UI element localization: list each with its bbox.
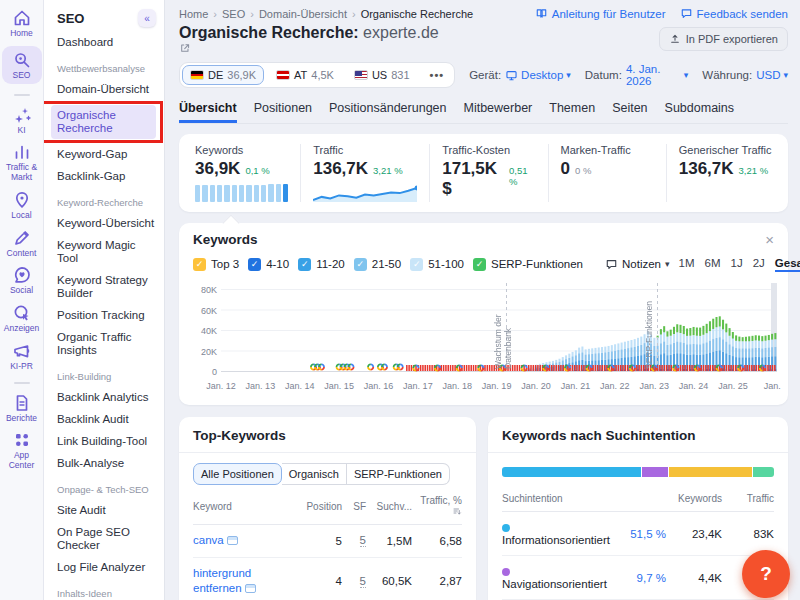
sidebar-item-keyword-bersicht[interactable]: Keyword-Übersicht: [57, 217, 156, 230]
tab--bersicht[interactable]: Übersicht: [179, 101, 237, 123]
sidebar-item-on-page-seo-checker[interactable]: On Page SEO Checker: [57, 526, 156, 552]
rail-item-seo[interactable]: SEO: [2, 46, 42, 84]
pencil-icon: [12, 228, 32, 248]
close-icon[interactable]: ×: [765, 232, 774, 247]
rail-item-anzeigen[interactable]: Anzeigen: [2, 303, 42, 334]
column-header[interactable]: Traffic, %: [412, 495, 462, 517]
legend-checkbox-top-3[interactable]: ✓Top 3: [193, 258, 239, 271]
rail-item-local[interactable]: Local: [2, 190, 42, 221]
metric-card-generischer-traffic[interactable]: Generischer Traffic136,7K3,21 %: [666, 144, 784, 202]
tab-seiten[interactable]: Seiten: [612, 101, 647, 123]
keyword-link[interactable]: canva: [193, 534, 224, 546]
filter-organisch[interactable]: Organisch: [282, 463, 347, 485]
tab-mitbewerber[interactable]: Mitbewerber: [463, 101, 532, 123]
sidebar-item-backlink-gap[interactable]: Backlink-Gap: [57, 170, 156, 183]
rail-item-social[interactable]: Social: [2, 265, 42, 296]
column-header[interactable]: Suchv...: [366, 501, 412, 512]
rail-item-ki-pr[interactable]: KI-PR: [2, 341, 42, 372]
social-heart-icon: [12, 265, 32, 285]
serp-preview-icon[interactable]: [227, 536, 238, 545]
metric-card-marken-traffic[interactable]: Marken-Traffic00 %: [548, 144, 666, 202]
database-chip-us[interactable]: US831: [346, 65, 418, 85]
rail-item-home[interactable]: Home: [2, 8, 42, 39]
breadcrumb-item[interactable]: Domain-Übersicht: [259, 8, 347, 20]
checkbox-checked-icon: ✓: [193, 258, 206, 271]
filter-serp-funktionen[interactable]: SERP-Funktionen: [347, 463, 450, 485]
breadcrumb-item[interactable]: SEO: [222, 8, 245, 20]
tab-subdomains[interactable]: Subdomains: [665, 101, 735, 123]
currency-select[interactable]: Währung: USD ▾: [702, 69, 788, 81]
breadcrumb-item[interactable]: Home: [179, 8, 208, 20]
rail-item-traffic-markt[interactable]: Traffic & Markt: [2, 142, 42, 183]
serp-preview-icon[interactable]: [245, 584, 256, 593]
intent-percent-link[interactable]: 9,7 %: [620, 572, 666, 584]
app-window: HomeSEOKITraffic & MarktLocalContentSoci…: [0, 0, 800, 600]
intent-percent-link[interactable]: 51,5 %: [620, 528, 666, 540]
range-6m[interactable]: 6M: [705, 257, 721, 272]
sidebar-item-organic-traffic-insights[interactable]: Organic Traffic Insights: [57, 331, 156, 357]
serp-features-count[interactable]: 5: [342, 534, 366, 547]
sidebar-item-keyword-gap[interactable]: Keyword-Gap: [57, 148, 156, 161]
rail-item-content[interactable]: Content: [2, 228, 42, 259]
tab-themen[interactable]: Themen: [549, 101, 595, 123]
legend-checkbox-11-20[interactable]: ✓11-20: [298, 258, 345, 271]
collapse-sidebar-button[interactable]: «: [138, 9, 156, 27]
sidebar-item-backlink-analytics[interactable]: Backlink Analytics: [57, 391, 156, 404]
legend-checkbox-4-10[interactable]: ✓4-10: [248, 258, 289, 271]
keyword-link[interactable]: hintergrund entfernen: [193, 567, 251, 595]
range-1m[interactable]: 1M: [679, 257, 695, 272]
intent-bar-segment-3[interactable]: [753, 467, 774, 477]
external-link-icon[interactable]: [179, 42, 439, 54]
rail-item-app-center[interactable]: App Center: [2, 430, 42, 471]
more-databases-button[interactable]: •••: [422, 65, 453, 85]
sidebar-item-keyword-magic-tool[interactable]: Keyword Magic Tool: [57, 239, 156, 265]
country-code: DE: [208, 69, 223, 81]
help-button[interactable]: ?: [742, 550, 790, 598]
metric-value: 136,7K: [679, 159, 734, 179]
legend-checkbox-serp-funktionen[interactable]: ✓SERP-Funktionen: [473, 258, 583, 271]
sidebar-item-link-building-tool[interactable]: Link Building-Tool: [57, 435, 156, 448]
serp-features-count[interactable]: 5: [342, 575, 366, 588]
device-select[interactable]: Gerät: Desktop ▾: [469, 69, 571, 82]
filter-alle-positionen[interactable]: Alle Positionen: [193, 463, 282, 485]
rail-item-berichte[interactable]: Berichte: [2, 393, 42, 424]
export-pdf-button[interactable]: In PDF exportieren: [659, 27, 788, 51]
chevron-down-icon: ▾: [566, 70, 571, 80]
intent-name: Navigationsorientiert: [502, 578, 607, 590]
main-content: Home›SEO›Domain-Übersicht›Organische Rec…: [165, 0, 800, 600]
intent-bar-segment-0[interactable]: [502, 467, 641, 477]
feedback-senden-link[interactable]: Feedback senden: [680, 7, 788, 20]
database-chip-de[interactable]: DE36,9K: [182, 65, 264, 85]
sidebar-item-site-audit[interactable]: Site Audit: [57, 504, 156, 517]
tab-positions-nderungen[interactable]: Positionsänderungen: [329, 101, 446, 123]
anleitung-f-r-benutzer-link[interactable]: Anleitung für Benutzer: [535, 7, 666, 20]
intent-bar-segment-1[interactable]: [642, 467, 668, 477]
sidebar-item-domain-bersicht[interactable]: Domain-Übersicht: [57, 83, 156, 96]
sidebar-item-backlink-audit[interactable]: Backlink Audit: [57, 413, 156, 426]
column-header[interactable]: Position: [298, 501, 342, 512]
sidebar-item-bulk-analyse[interactable]: Bulk-Analyse: [57, 457, 156, 470]
metric-card-traffic-kosten[interactable]: Traffic-Kosten171,5K $0,51 %: [429, 144, 547, 202]
intent-bar-segment-2[interactable]: [669, 467, 753, 477]
sidebar-item-dashboard[interactable]: Dashboard: [57, 36, 156, 49]
tab-positionen[interactable]: Positionen: [254, 101, 312, 123]
legend-checkbox-21-50[interactable]: ✓21-50: [354, 258, 401, 271]
range-1j[interactable]: 1J: [731, 257, 743, 272]
range-gesamter-zeitraum[interactable]: Gesamter Zeitraum: [775, 257, 800, 272]
legend-checkbox-51-100[interactable]: ✓51-100: [410, 258, 464, 271]
database-chip-at[interactable]: AT4,5K: [268, 65, 342, 85]
keywords-panel-title: Keywords: [193, 232, 258, 247]
rail-item-ki[interactable]: KI: [2, 105, 42, 136]
metric-card-keywords[interactable]: Keywords36,9K0,1 %: [183, 144, 300, 202]
sidebar-item-position-tracking[interactable]: Position Tracking: [57, 309, 156, 322]
app-grid-icon: [12, 430, 32, 450]
metric-card-traffic[interactable]: Traffic136,7K3,21 %: [300, 144, 429, 202]
sidebar-item-keyword-strategy-builder[interactable]: Keyword Strategy Builder: [57, 274, 156, 300]
notes-dropdown[interactable]: Notizen▾: [605, 258, 670, 271]
sidebar-item-organische-recherche[interactable]: Organische Recherche: [51, 105, 156, 139]
date-select[interactable]: Datum: 4. Jan. 2026 ▾: [585, 63, 689, 87]
country-database-selector: DE36,9KAT4,5KUS831•••: [179, 62, 455, 88]
column-header[interactable]: SF: [342, 501, 366, 512]
range-2j[interactable]: 2J: [753, 257, 765, 272]
sidebar-item-log-file-analyzer[interactable]: Log File Analyzer: [57, 561, 156, 574]
